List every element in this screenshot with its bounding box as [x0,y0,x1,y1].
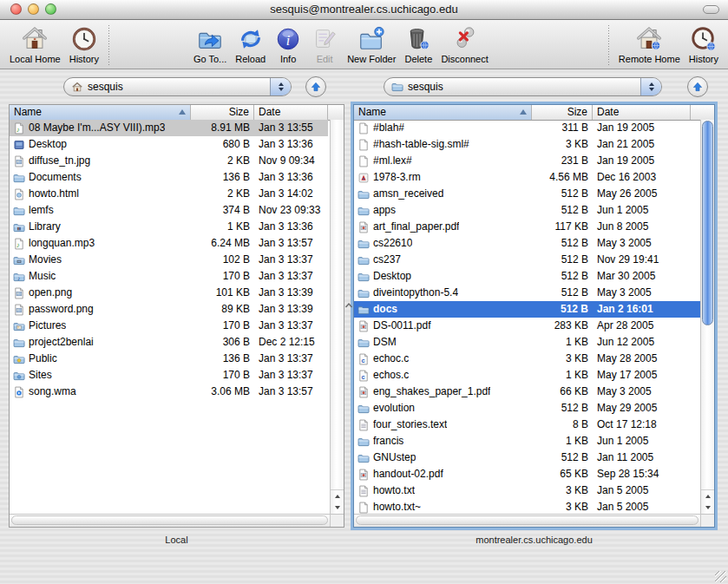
file-size: 1 KB [532,334,593,351]
file-row[interactable]: GNUstep512 BJan 11 2005 [354,449,702,466]
column-header-name[interactable]: Name [10,105,191,120]
file-name: art_final_paper.pdf [373,219,459,235]
file-row[interactable]: DS-0011.pdf283 KBApr 28 2005 [354,318,702,334]
file-row[interactable]: Library1 KBJan 3 13:36 [10,219,328,235]
toolbar-label: History [69,54,99,64]
file-date: Nov 29 19:41 [593,252,702,268]
column-header-size[interactable]: Size [191,105,254,120]
minimize-window-button[interactable] [28,3,39,15]
toolbar-label: Go To... [193,54,226,64]
file-date: May 28 2005 [593,351,702,367]
column-header-date[interactable]: Date [593,105,691,120]
folder-pictures-icon [13,320,25,332]
scroll-up-arrow[interactable] [701,490,714,502]
file-row[interactable]: art_final_paper.pdf117 KBJun 8 2005 [354,219,702,235]
file-row[interactable]: cechoc.c3 KBMay 28 2005 [354,351,702,367]
file-name: howto.txt [373,482,415,499]
file-row[interactable]: amsn_received512 BMay 26 2005 [354,186,702,202]
toolbar-local-history[interactable]: History [69,23,99,64]
toolbar-delete[interactable]: Delete [404,23,432,64]
file-row[interactable]: howto.txt3 KBJan 5 2005 [354,482,702,499]
column-header-name[interactable]: Name [354,105,532,120]
file-row[interactable]: diveintopython-5.4512 BMay 3 2005 [354,285,702,301]
toolbar-remote-history[interactable]: History [689,23,718,64]
column-header-size[interactable]: Size [532,105,593,120]
toolbar-new-folder[interactable]: New Folder [347,23,396,64]
scrollbar-thumb[interactable] [11,515,328,525]
folder-icon [357,436,370,448]
toolbar-reload[interactable]: Reload [235,23,266,64]
file-row[interactable]: docs512 BJan 2 16:01 [354,301,702,318]
toolbar-toggle-pill[interactable] [703,5,719,14]
toolbar-go-to[interactable]: Go To... [193,23,226,64]
local-path-dropdown[interactable]: sesquis [63,77,292,96]
scrollbar-thumb[interactable] [702,121,713,325]
file-date: Jan 5 2005 [593,499,702,514]
file-row[interactable]: apps512 BJun 1 2005 [354,202,702,219]
file-row[interactable]: 1978-3.rm4.56 MBDec 16 2003 [354,169,702,186]
file-row[interactable]: francis1 KBJun 1 2005 [354,433,702,449]
dropdown-stepper[interactable] [640,78,661,95]
file-row[interactable]: Public136 BJan 3 13:37 [10,351,328,367]
file-row[interactable]: lemfs374 BNov 23 09:33 [10,202,328,219]
file-row[interactable]: Documents136 BJan 3 13:36 [10,169,328,186]
file-row[interactable]: cechos.c1 KBMay 17 2005 [354,367,702,384]
scroll-down-arrow[interactable] [331,502,344,513]
file-row[interactable]: howto.txt~3 KBJan 5 2005 [354,499,702,514]
home-icon [21,23,49,53]
file-date: Jun 1 2005 [593,202,702,219]
file-row[interactable]: diffuse_tn.jpg2 KBNov 9 09:34 [10,153,328,169]
file-size: 89 KB [191,301,254,318]
toolbar-local-home[interactable]: Local Home [10,23,61,64]
file-row[interactable]: Sites170 BJan 3 13:37 [10,367,328,384]
file-row[interactable]: evolution512 BMay 29 2005 [354,400,702,417]
file-row[interactable]: password.png89 KBJan 3 13:39 [10,301,328,318]
file-row[interactable]: Desktop680 BJan 3 13:36 [10,136,328,153]
local-vertical-scrollbar[interactable] [330,120,344,514]
scroll-up-arrow[interactable] [331,490,344,502]
file-name: apps [373,202,396,219]
scroll-down-arrow[interactable] [701,502,714,513]
file-row[interactable]: howto.html2 KBJan 3 14:02 [10,186,328,202]
toolbar-disconnect[interactable]: Disconnect [441,23,488,64]
local-horizontal-scrollbar[interactable] [10,514,330,527]
zoom-window-button[interactable] [45,3,56,15]
file-row[interactable]: #hash-table-sig.sml#3 KBJan 21 2005 [354,136,702,153]
file-row[interactable]: four_stories.text8 BOct 17 12:18 [354,417,702,433]
toolbar-info[interactable]: i Info [274,23,302,64]
remote-up-directory-button[interactable] [687,76,708,97]
remote-vertical-scrollbar[interactable] [700,120,714,514]
column-header-date[interactable]: Date [254,105,328,120]
svg-text:i: i [286,33,290,48]
file-row[interactable]: #blah#311 BJan 19 2005 [354,120,702,136]
file-row[interactable]: #ml.lex#231 BJan 19 2005 [354,153,702,169]
close-window-button[interactable] [10,3,22,15]
local-column-headers: Name Size Date [10,105,344,121]
file-row[interactable]: cs237512 BNov 29 19:41 [354,252,702,268]
file-row[interactable]: project2benlai306 BDec 2 12:15 [10,334,328,351]
file-row[interactable]: ♪Music170 BJan 3 13:37 [10,268,328,285]
file-row[interactable]: open.png101 KBJan 3 13:39 [10,285,328,301]
file-row[interactable]: Pictures170 BJan 3 13:37 [10,318,328,334]
file-row[interactable]: Desktop512 BMar 30 2005 [354,268,702,285]
file-row[interactable]: DSM1 KBJun 12 2005 [354,334,702,351]
scrollbar-thumb[interactable] [356,515,698,525]
local-up-directory-button[interactable] [305,76,326,97]
dropdown-stepper[interactable] [270,78,291,95]
window-resize-grip[interactable] [715,571,726,582]
remote-path-dropdown[interactable]: sesquis [384,77,662,96]
file-row[interactable]: cs22610512 BMay 3 2005 [354,235,702,252]
remote-horizontal-scrollbar[interactable] [354,514,700,527]
doc-icon [357,502,370,514]
file-row[interactable]: song.wma3.06 MBJan 3 13:57 [10,384,328,400]
file-row[interactable]: handout-02.pdf65 KBSep 28 15:34 [354,466,702,482]
toolbar-edit[interactable]: Edit [311,23,338,64]
folder-movies-icon [13,254,25,266]
file-row[interactable]: ♪08 Maybe I'm...ASY VIII).mp38.91 MBJan … [10,120,328,136]
file-row[interactable]: eng_shakes_paper_1.pdf66 KBMay 3 2005 [354,384,702,400]
file-row[interactable]: Movies102 BJan 3 13:37 [10,252,328,268]
toolbar-remote-home[interactable]: Remote Home [619,23,680,64]
file-row[interactable]: ♪longquan.mp36.24 MBJan 3 13:57 [10,235,328,252]
file-date: Jan 21 2005 [593,136,702,153]
pane-splitter-handle[interactable] [344,301,353,310]
